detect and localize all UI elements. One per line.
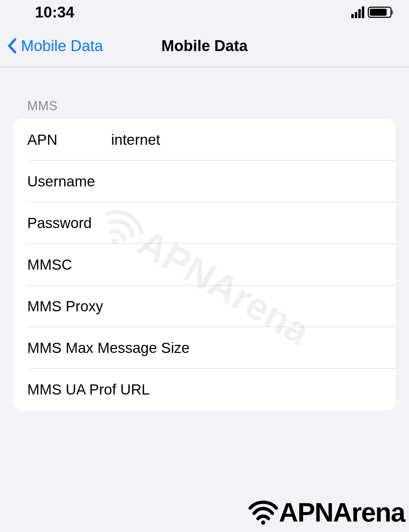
row-mms-uaprof[interactable]: MMS UA Prof URL: [13, 369, 396, 410]
input-password[interactable]: [111, 215, 382, 232]
svg-point-1: [261, 520, 265, 525]
label-mms-max-size: MMS Max Message Size: [27, 340, 189, 356]
input-apn[interactable]: [111, 132, 382, 148]
chevron-left-icon: [7, 38, 17, 54]
status-icons: [351, 6, 392, 18]
label-password: Password: [27, 215, 111, 232]
input-mms-proxy[interactable]: [111, 298, 382, 315]
mms-settings-group: APN Username Password MMSC MMS Proxy MMS…: [13, 119, 396, 410]
input-username[interactable]: [111, 173, 382, 190]
row-password[interactable]: Password: [13, 202, 396, 244]
row-apn[interactable]: APN: [13, 119, 396, 161]
label-mmsc: MMSC: [27, 256, 111, 273]
wifi-icon: [247, 496, 279, 528]
input-mms-max-size[interactable]: [189, 340, 382, 356]
branding-text: APNArena: [279, 497, 405, 527]
section-header-mms: MMS: [0, 67, 409, 119]
cellular-signal-icon: [351, 6, 364, 18]
label-mms-uaprof: MMS UA Prof URL: [27, 381, 150, 398]
status-time: 10:34: [35, 3, 74, 21]
label-mms-proxy: MMS Proxy: [27, 298, 111, 315]
row-mms-proxy[interactable]: MMS Proxy: [13, 285, 396, 327]
label-username: Username: [27, 173, 111, 190]
page-title: Mobile Data: [162, 37, 248, 55]
input-mms-uaprof[interactable]: [150, 381, 382, 398]
battery-icon: [368, 7, 392, 18]
back-label: Mobile Data: [21, 37, 103, 55]
row-mms-max-size[interactable]: MMS Max Message Size: [13, 327, 396, 369]
branding-logo: APNArena: [247, 496, 405, 528]
status-bar: 10:34: [0, 0, 409, 24]
label-apn: APN: [27, 132, 111, 148]
input-mmsc[interactable]: [111, 256, 382, 273]
row-mmsc[interactable]: MMSC: [13, 244, 396, 285]
navigation-bar: Mobile Data Mobile Data: [0, 24, 409, 67]
row-username[interactable]: Username: [13, 161, 396, 202]
back-button[interactable]: Mobile Data: [0, 37, 103, 55]
